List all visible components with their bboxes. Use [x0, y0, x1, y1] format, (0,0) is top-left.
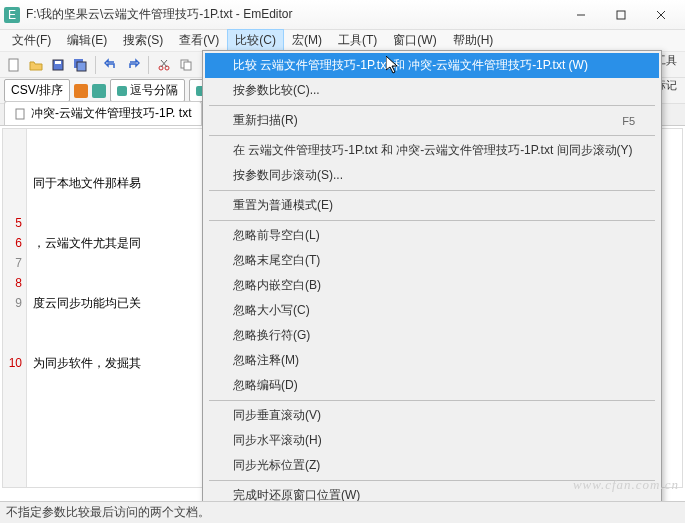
menu-ignore-encoding[interactable]: 忽略编码(D) [205, 373, 659, 398]
line-gutter: 5 6 7 8 9 10 [3, 129, 27, 487]
window-title: F:\我的坚果云\云端文件管理技巧-1P.txt - EmEditor [26, 6, 561, 23]
svg-rect-3 [617, 11, 625, 19]
comma-button[interactable]: 逗号分隔 [110, 79, 185, 102]
app-icon: E [4, 7, 20, 23]
titlebar: E F:\我的坚果云\云端文件管理技巧-1P.txt - EmEditor [0, 0, 685, 30]
menu-ignore-case[interactable]: 忽略大小写(C) [205, 298, 659, 323]
menu-file[interactable]: 文件(F) [4, 29, 59, 52]
minimize-button[interactable] [561, 1, 601, 29]
menu-sync-scroll[interactable]: 在 云端文件管理技巧-1P.txt 和 冲突-云端文件管理技巧-1P.txt 间… [205, 138, 659, 163]
menu-ignore-comment[interactable]: 忽略注释(M) [205, 348, 659, 373]
menu-ignore-lead[interactable]: 忽略前导空白(L) [205, 223, 659, 248]
line-number: 9 [3, 293, 22, 313]
menu-sync-horz[interactable]: 同步水平滚动(H) [205, 428, 659, 453]
menu-sync-vert[interactable]: 同步垂直滚动(V) [205, 403, 659, 428]
menu-tools[interactable]: 工具(T) [330, 29, 385, 52]
new-icon[interactable] [4, 55, 24, 75]
menu-compare[interactable]: 比较(C) [227, 29, 284, 52]
menu-compare-params[interactable]: 按参数比较(C)... [205, 78, 659, 103]
line-number: 8 [3, 273, 22, 293]
close-button[interactable] [641, 1, 681, 29]
file-icon [15, 108, 27, 120]
cut-icon[interactable] [154, 55, 174, 75]
menu-edit[interactable]: 编辑(E) [59, 29, 115, 52]
menu-compare-files[interactable]: 比较 云端文件管理技巧-1P.txt 和 冲突-云端文件管理技巧-1P.txt … [205, 53, 659, 78]
csv-sort-button[interactable]: CSV/排序 [4, 79, 70, 102]
watermark: www.cfan.com.cn [573, 477, 679, 493]
undo-icon[interactable] [101, 55, 121, 75]
compare-menu: 比较 云端文件管理技巧-1P.txt 和 冲突-云端文件管理技巧-1P.txt … [202, 50, 662, 523]
menu-macro[interactable]: 宏(M) [284, 29, 330, 52]
menu-help[interactable]: 帮助(H) [445, 29, 502, 52]
menu-search[interactable]: 搜索(S) [115, 29, 171, 52]
line-number: 7 [3, 253, 22, 273]
tab-label: 冲突-云端文件管理技巧-1P. txt [31, 105, 191, 122]
menu-ignore-newline[interactable]: 忽略换行符(G) [205, 323, 659, 348]
document-tab[interactable]: 冲突-云端文件管理技巧-1P. txt [4, 101, 202, 125]
line-number: 5 [3, 213, 22, 233]
line-number: 6 [3, 233, 22, 253]
redo-icon[interactable] [123, 55, 143, 75]
svg-rect-6 [9, 59, 18, 71]
svg-rect-22 [16, 109, 24, 119]
menu-sync-cursor[interactable]: 同步光标位置(Z) [205, 453, 659, 478]
menu-reset-normal[interactable]: 重置为普通模式(E) [205, 193, 659, 218]
csv-mode-icon[interactable] [74, 84, 88, 98]
open-icon[interactable] [26, 55, 46, 75]
svg-text:E: E [8, 8, 16, 22]
csv-mode2-icon[interactable] [92, 84, 106, 98]
menubar: 文件(F) 编辑(E) 搜索(S) 查看(V) 比较(C) 宏(M) 工具(T)… [0, 30, 685, 52]
menu-view[interactable]: 查看(V) [171, 29, 227, 52]
svg-rect-8 [55, 61, 61, 64]
statusbar: 不指定参数比较最后访问的两个文档。 [0, 501, 685, 523]
menu-ignore-trail[interactable]: 忽略末尾空白(T) [205, 248, 659, 273]
svg-rect-16 [184, 62, 191, 70]
maximize-button[interactable] [601, 1, 641, 29]
menu-rescan[interactable]: 重新扫描(R)F5 [205, 108, 659, 133]
status-text: 不指定参数比较最后访问的两个文档。 [6, 504, 210, 521]
svg-rect-10 [77, 62, 86, 71]
save-icon[interactable] [48, 55, 68, 75]
saveall-icon[interactable] [70, 55, 90, 75]
line-number: 10 [3, 353, 22, 373]
copy-icon[interactable] [176, 55, 196, 75]
menu-ignore-embed[interactable]: 忽略内嵌空白(B) [205, 273, 659, 298]
menu-window[interactable]: 窗口(W) [385, 29, 444, 52]
menu-sync-params[interactable]: 按参数同步滚动(S)... [205, 163, 659, 188]
